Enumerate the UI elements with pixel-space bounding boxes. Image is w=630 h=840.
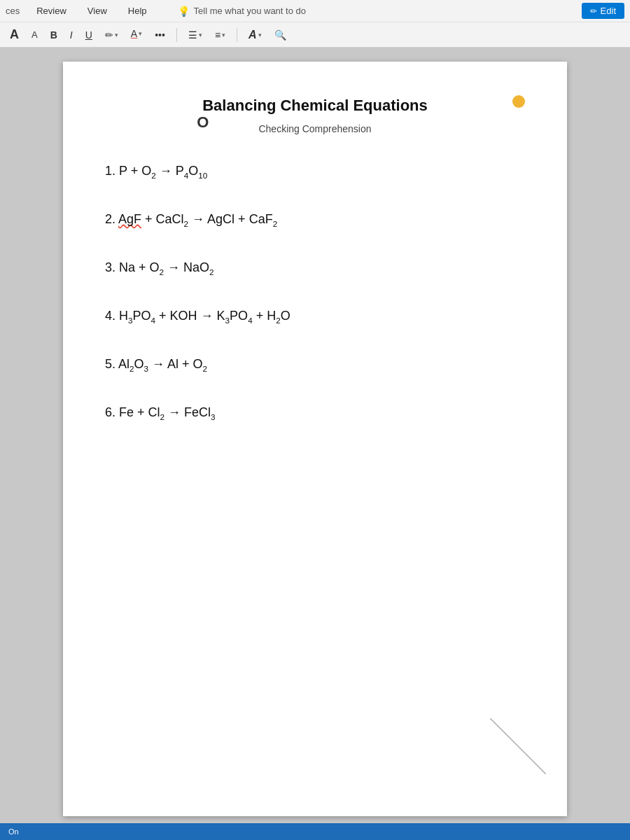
equation-6: 6. Fe + Cl2 → FeCl3 (105, 404, 525, 423)
menu-partial: ces (6, 6, 20, 16)
svg-line-0 (490, 718, 546, 774)
diagonal-decoration (490, 718, 546, 774)
menu-view[interactable]: View (83, 4, 111, 18)
menu-review[interactable]: Review (32, 4, 71, 18)
toolbar-divider (176, 28, 177, 42)
bulb-icon: 💡 (178, 6, 190, 17)
eq6-text: 6. Fe + Cl2 → FeCl3 (105, 405, 216, 419)
more-options-button[interactable]: ••• (150, 27, 169, 43)
edit-label: Edit (601, 6, 616, 16)
format-bar: A A B I U ✏ ▾ A ▾ ••• ☰ ▾ ≡ ▾ A ▾ 🔍 (0, 22, 630, 47)
equation-5: 5. Al2O3 → Al + O2 (105, 356, 525, 374)
toolbar: ces Review View Help 💡 Tell me what you … (0, 0, 630, 48)
bold-button[interactable]: B (46, 27, 62, 43)
status-text: On (8, 827, 19, 836)
equation-1: 1. P + O2 → P4O10 (105, 162, 525, 181)
chevron-down-icon: ▾ (199, 31, 202, 38)
style-icon: A (248, 29, 257, 41)
list2-icon: ≡ (215, 29, 220, 41)
menu-bar: ces Review View Help 💡 Tell me what you … (0, 0, 630, 22)
yellow-dot-decoration (512, 95, 525, 108)
list-style-2-button[interactable]: ≡ ▾ (211, 27, 230, 43)
circle-decoration: O (197, 113, 209, 132)
document-page: Balancing Chemical Equations O Checking … (63, 62, 567, 816)
status-bar: On (0, 823, 630, 840)
search-button[interactable]: 🔍 (270, 27, 290, 43)
edit-button[interactable]: ✏ Edit (582, 3, 624, 19)
pen-dropdown-button[interactable]: ✏ ▾ (101, 27, 122, 43)
chevron-down-icon: ▾ (139, 30, 142, 37)
underline-button[interactable]: U (81, 27, 97, 43)
chevron-down-icon: ▾ (258, 31, 262, 38)
font-large-button[interactable]: A (6, 25, 23, 44)
page-subtitle: Checking Comprehension (105, 123, 525, 134)
equation-3: 3. Na + O2 → NaO2 (105, 259, 525, 278)
search-icon: 🔍 (274, 29, 286, 41)
style-button[interactable]: A ▾ (244, 27, 266, 43)
font-color-label: A (131, 28, 137, 39)
list-style-1-button[interactable]: ☰ ▾ (184, 27, 206, 43)
page-title: Balancing Chemical Equations (202, 97, 428, 115)
font-small-button[interactable]: A (27, 27, 42, 42)
main-content: Balancing Chemical Equations O Checking … (0, 48, 630, 823)
font-color-button[interactable]: A ▾ (127, 26, 146, 43)
document-area: Balancing Chemical Equations O Checking … (0, 48, 630, 823)
eq1-number: 1. P + O2 → P4O10 (105, 164, 207, 178)
tell-me-text: Tell me what you want to do (194, 6, 306, 16)
chevron-down-icon: ▾ (222, 31, 225, 38)
italic-button[interactable]: I (66, 27, 77, 43)
list-icon: ☰ (188, 29, 197, 41)
agf-text: AgF (118, 212, 141, 226)
eq3-text: 3. Na + O2 → NaO2 (105, 260, 214, 274)
menu-help[interactable]: Help (124, 4, 151, 18)
title-area: Balancing Chemical Equations O (202, 97, 428, 119)
equation-4: 4. H3PO4 + KOH → K3PO4 + H2O (105, 307, 525, 326)
pen-icon: ✏ (105, 29, 113, 41)
eq5-text: 5. Al2O3 → Al + O2 (105, 357, 207, 371)
pencil-icon: ✏ (590, 6, 597, 16)
equation-list: 1. P + O2 → P4O10 2. AgF + CaCl2 → AgCl … (105, 162, 525, 423)
chevron-down-icon: ▾ (115, 31, 118, 38)
equation-2: 2. AgF + CaCl2 → AgCl + CaF2 (105, 211, 525, 230)
tell-me-box[interactable]: 💡 Tell me what you want to do (178, 6, 306, 17)
toolbar-divider-2 (237, 28, 237, 42)
eq2-number: 2. AgF + CaCl2 → AgCl + CaF2 (105, 212, 277, 226)
eq4-text: 4. H3PO4 + KOH → K3PO4 + H2O (105, 309, 290, 323)
